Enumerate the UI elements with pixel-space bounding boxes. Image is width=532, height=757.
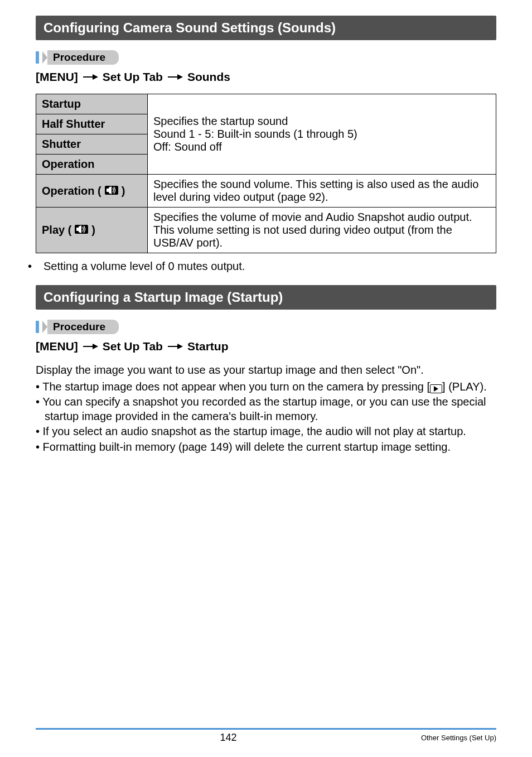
sound-desc-line: Sound 1 - 5: Built-in sounds (1 through …	[153, 128, 490, 141]
table-header-startup: Startup	[36, 94, 148, 114]
startup-intro: Display the image you want to use as you…	[36, 363, 496, 378]
table-row: Startup Specifies the startup sound Soun…	[36, 94, 496, 114]
operation-vol-label-post: )	[122, 185, 125, 197]
svg-marker-11	[93, 344, 98, 349]
table-row: Operation () Specifies the sound volume.…	[36, 175, 496, 208]
table-header-shutter: Shutter	[36, 134, 148, 155]
startup-bullet-list: The startup image does not appear when y…	[36, 380, 496, 455]
menu-path-part: Startup	[187, 340, 229, 353]
table-cell-sound-desc: Specifies the startup sound Sound 1 - 5:…	[148, 94, 496, 175]
svg-marker-1	[93, 74, 98, 80]
speaker-icon	[105, 185, 118, 197]
arrow-right-icon	[167, 73, 183, 81]
play-button-icon	[430, 384, 442, 393]
menu-path-startup: [MENU] Set Up Tab Startup	[36, 340, 496, 353]
list-item: If you select an audio snapshot as the s…	[36, 425, 496, 439]
bullet-text-post: ] (PLAY).	[442, 380, 487, 393]
sound-desc-line: Off: Sound off	[153, 141, 490, 153]
menu-path-part: [MENU]	[36, 340, 78, 353]
procedure-chevron-icon	[42, 51, 47, 64]
procedure-label: Procedure	[47, 320, 119, 334]
sound-desc-line: Specifies the startup sound	[153, 115, 490, 128]
speaker-icon	[75, 224, 88, 237]
menu-path-part: Set Up Tab	[103, 340, 163, 353]
menu-path-sounds: [MENU] Set Up Tab Sounds	[36, 70, 496, 84]
operation-vol-label-pre: Operation (	[42, 185, 101, 197]
table-header-operation: Operation	[36, 155, 148, 175]
page-number: 142	[36, 732, 421, 744]
menu-path-part: [MENU]	[36, 70, 78, 84]
arrow-right-icon	[83, 73, 98, 81]
table-row: Play () Specifies the volume of movie an…	[36, 208, 496, 253]
menu-path-part: Sounds	[187, 70, 230, 84]
svg-rect-5	[107, 189, 109, 192]
footer-section-name: Other Settings (Set Up)	[421, 734, 496, 742]
table-header-play-vol: Play ()	[36, 208, 148, 253]
procedure-marker	[36, 51, 39, 64]
list-item: Formatting built-in memory (page 149) wi…	[36, 440, 496, 455]
play-vol-label-post: )	[91, 224, 95, 237]
arrow-right-icon	[83, 343, 98, 350]
list-item: You can specify a snapshot you recorded …	[36, 395, 496, 423]
procedure-marker	[36, 321, 39, 333]
svg-marker-9	[79, 225, 81, 233]
procedure-row: Procedure	[36, 320, 496, 334]
svg-marker-6	[109, 186, 112, 194]
page-footer: 142 Other Settings (Set Up)	[36, 728, 496, 744]
section-heading-startup: Configuring a Startup Image (Startup)	[36, 285, 496, 310]
bullet-text-pre: The startup image does not appear when y…	[42, 380, 430, 393]
section-heading-sounds: Configuring Camera Sound Settings (Sound…	[36, 16, 496, 40]
svg-marker-13	[177, 344, 183, 349]
svg-marker-3	[177, 74, 183, 80]
table-header-half-shutter: Half Shutter	[36, 114, 148, 134]
procedure-label: Procedure	[47, 50, 119, 65]
note-text: Setting a volume level of 0 mutes output…	[43, 260, 245, 272]
procedure-chevron-icon	[42, 321, 47, 333]
list-item: The startup image does not appear when y…	[36, 380, 496, 394]
table-cell-operation-vol-desc: Specifies the sound volume. This setting…	[148, 175, 496, 208]
table-header-operation-vol: Operation ()	[36, 175, 148, 208]
note-after-table: • Setting a volume level of 0 mutes outp…	[36, 260, 496, 273]
menu-path-part: Set Up Tab	[103, 70, 163, 84]
svg-rect-8	[76, 228, 79, 231]
procedure-row: Procedure	[36, 50, 496, 65]
play-vol-label-pre: Play (	[42, 224, 71, 237]
table-cell-play-vol-desc: Specifies the volume of movie and Audio …	[148, 208, 496, 253]
arrow-right-icon	[167, 343, 183, 350]
sound-settings-table: Startup Specifies the startup sound Soun…	[36, 94, 496, 253]
